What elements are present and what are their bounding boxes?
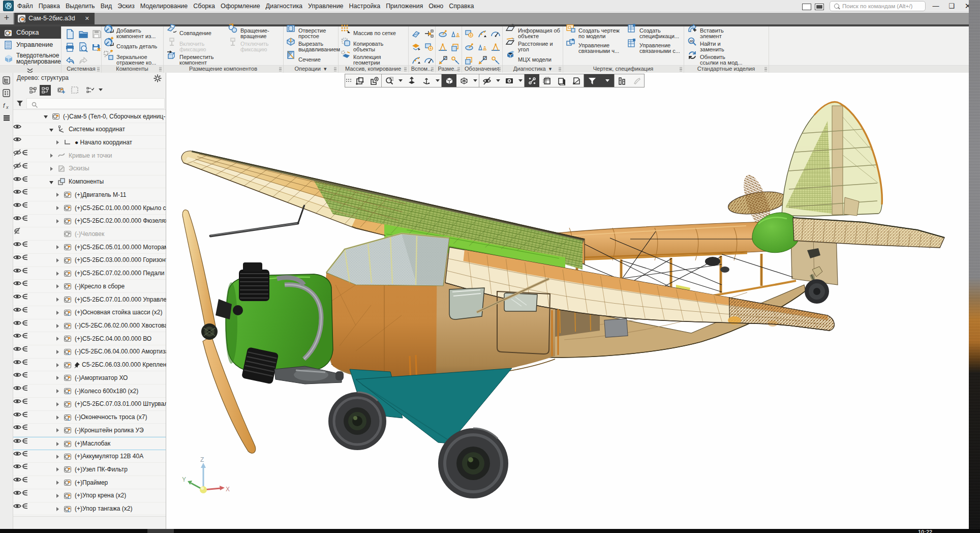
- svg-text:f: f: [3, 102, 6, 109]
- svg-text:X: X: [226, 486, 230, 493]
- svg-text:?: ?: [512, 37, 514, 42]
- svg-text:Y: Y: [182, 476, 186, 483]
- svg-text:?: ?: [511, 23, 514, 27]
- svg-text:1: 1: [33, 87, 35, 91]
- svg-text:Z: Z: [200, 456, 204, 463]
- svg-text:x: x: [6, 105, 9, 110]
- svg-text:ab: ab: [690, 39, 694, 43]
